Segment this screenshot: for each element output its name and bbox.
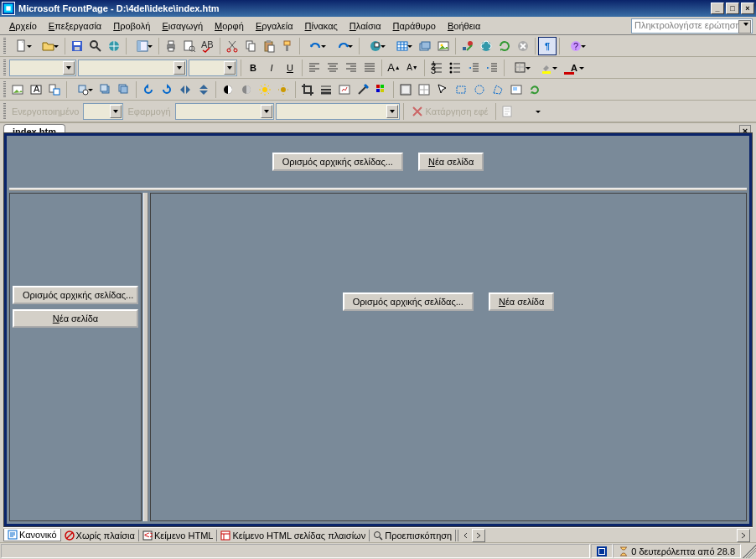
bring-forward-button[interactable] [96, 80, 115, 99]
spellcheck-button[interactable]: AB [199, 37, 217, 55]
help-button[interactable]: ? [562, 37, 589, 55]
toolbar-grip[interactable] [3, 38, 6, 54]
resize-grip[interactable] [743, 545, 756, 558]
menu-edit[interactable]: Επεξεργασία [43, 19, 107, 33]
effect-combo[interactable] [276, 103, 400, 120]
horizontal-splitter[interactable] [9, 188, 747, 191]
set-initial-page-button[interactable]: Ορισμός αρχικής σελίδας... [272, 153, 403, 171]
new-page-button[interactable]: Νέα σελίδα [418, 153, 484, 171]
numbered-list-button[interactable]: 123 [427, 59, 446, 77]
increase-font-button[interactable]: A▲ [385, 59, 403, 77]
vertical-splitter[interactable] [143, 193, 148, 521]
scroll-right-end-button[interactable] [737, 529, 750, 542]
menu-tools[interactable]: Εργαλεία [250, 19, 299, 33]
toolbar-grip[interactable] [3, 103, 6, 120]
show-all-button[interactable]: ¶ [538, 37, 557, 55]
insert-picture-button[interactable] [434, 37, 453, 55]
crop-button[interactable] [298, 80, 317, 99]
line-style-button[interactable] [317, 80, 335, 99]
resample-button[interactable] [415, 80, 433, 99]
insert-table-button[interactable] [389, 37, 416, 55]
new-page-button[interactable]: Νέα σελίδα [13, 309, 138, 328]
set-initial-page-button[interactable]: Ορισμός αρχικής σελίδας... [343, 292, 474, 311]
less-contrast-button[interactable] [237, 80, 256, 99]
new-button[interactable] [8, 37, 35, 55]
style-combo[interactable] [9, 60, 76, 76]
menu-help[interactable]: Βοήθεια [442, 19, 486, 33]
view-tab-normal[interactable]: Κανονικό [3, 529, 61, 541]
underline-button[interactable]: U [281, 59, 299, 77]
insert-pic-file-button[interactable] [8, 80, 27, 99]
dhtml-more-button[interactable] [517, 102, 544, 121]
stop-button[interactable] [514, 37, 532, 55]
format-picture-button[interactable] [335, 80, 354, 99]
bold-button[interactable]: B [244, 59, 262, 77]
rotate-right-button[interactable] [158, 80, 176, 99]
scroll-right-button[interactable] [472, 529, 485, 542]
apply-combo[interactable] [175, 103, 274, 120]
cut-button[interactable] [223, 37, 241, 55]
copy-button[interactable] [241, 37, 260, 55]
view-tab-no-frames[interactable]: Χωρίς πλαίσια [61, 530, 139, 541]
view-tab-frames-html[interactable]: Κείμενο HTML σελίδας πλαισίων [217, 530, 370, 541]
redo-button[interactable] [329, 37, 356, 55]
frame-main[interactable]: Ορισμός αρχικής σελίδας... Νέα σελίδα [150, 193, 747, 521]
view-tab-preview[interactable]: Προεπισκόπηση [370, 530, 456, 541]
highlight-button[interactable] [534, 59, 561, 77]
bevel-button[interactable] [396, 80, 415, 99]
refresh-button[interactable] [495, 37, 514, 55]
paste-button[interactable] [260, 37, 278, 55]
less-brightness-button[interactable] [274, 80, 293, 99]
hotspot-circle-button[interactable] [470, 80, 489, 99]
align-left-button[interactable] [305, 59, 324, 77]
align-justify-button[interactable] [360, 59, 379, 77]
menu-table[interactable]: Πίνακας [299, 19, 344, 33]
open-button[interactable] [35, 37, 62, 55]
restore-button[interactable] [526, 80, 544, 99]
enabled-combo[interactable] [83, 103, 123, 120]
ask-question-box[interactable]: Πληκτρολογήστε ερώτηση [631, 18, 753, 34]
menu-file[interactable]: Αρχείο [3, 19, 43, 33]
more-contrast-button[interactable] [219, 80, 237, 99]
insert-hyperlink-button[interactable] [477, 37, 495, 55]
undo-button[interactable] [303, 37, 329, 55]
more-brightness-button[interactable] [256, 80, 274, 99]
drawing-button[interactable] [458, 37, 477, 55]
set-transparent-button[interactable] [354, 80, 372, 99]
align-center-button[interactable] [324, 59, 342, 77]
toolbar-grip[interactable] [3, 81, 6, 98]
frame-top[interactable]: Ορισμός αρχικής σελίδας... Νέα σελίδα [9, 138, 747, 185]
set-initial-page-button[interactable]: Ορισμός αρχικής σελίδας... [13, 286, 138, 304]
menu-window[interactable]: Παράθυρο [387, 19, 442, 33]
rotate-left-button[interactable] [139, 80, 158, 99]
minimize-button[interactable]: _ [711, 3, 724, 14]
insert-layer-button[interactable] [416, 37, 434, 55]
scroll-left-button[interactable] [460, 530, 472, 541]
size-combo[interactable] [189, 60, 237, 76]
print-button[interactable] [162, 37, 180, 55]
menu-insert[interactable]: Εισαγωγή [156, 19, 209, 33]
text-button[interactable]: A [27, 80, 45, 99]
toolbar-grip[interactable] [3, 60, 6, 76]
align-right-button[interactable] [342, 59, 360, 77]
decrease-indent-button[interactable] [464, 59, 483, 77]
format-painter-button[interactable] [278, 37, 297, 55]
publish-button[interactable] [105, 37, 123, 55]
font-combo[interactable] [78, 60, 187, 76]
flip-horizontal-button[interactable] [176, 80, 194, 99]
highlight-hotspots-button[interactable] [507, 80, 526, 99]
hotspot-polygon-button[interactable] [489, 80, 507, 99]
frame-left[interactable]: Ορισμός αρχικής σελίδας... Νέα σελίδα [9, 193, 142, 521]
color-button[interactable] [372, 80, 391, 99]
highlight-dynamic-button[interactable] [499, 102, 517, 121]
menu-format[interactable]: Μορφή [209, 19, 250, 33]
increase-indent-button[interactable] [483, 59, 501, 77]
auto-thumbnail-button[interactable] [45, 80, 64, 99]
maximize-button[interactable]: □ [726, 3, 739, 14]
bullet-list-button[interactable] [446, 59, 464, 77]
position-absolute-button[interactable] [70, 80, 96, 99]
frameset[interactable]: Ορισμός αρχικής σελίδας... Νέα σελίδα Ορ… [4, 133, 752, 526]
italic-button[interactable]: I [262, 59, 281, 77]
font-color-button[interactable]: A [561, 59, 588, 77]
web-component-button[interactable] [362, 37, 389, 55]
